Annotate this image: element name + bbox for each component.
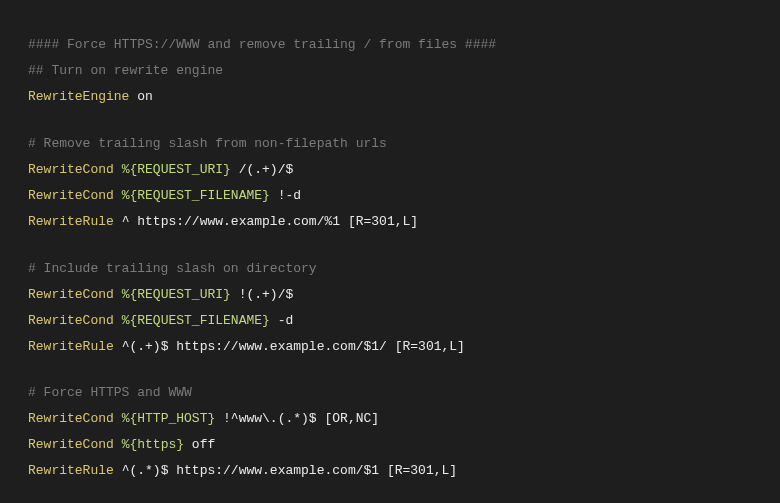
code-line: RewriteEngine on [28,84,752,110]
arg-token: !(.+)/$ [231,287,293,302]
variable-token: %{REQUEST_FILENAME} [114,313,270,328]
directive-token: RewriteCond [28,287,114,302]
code-line: RewriteCond %{HTTP_HOST} !^www\.(.*)$ [O… [28,406,752,432]
arg-token: !-d [270,188,301,203]
variable-token: %{https} [114,437,184,452]
code-line: RewriteCond %{https} off [28,432,752,458]
code-line: RewriteCond %{REQUEST_URI} !(.+)/$ [28,282,752,308]
flags-token: [OR,NC] [317,411,379,426]
comment-text: # Force HTTPS and WWW [28,385,192,400]
code-line: RewriteRule ^(.*)$ https://www.example.c… [28,458,752,484]
blank-line [28,110,752,131]
flags-token: [R=301,L] [340,214,418,229]
arg-token: on [129,89,152,104]
directive-token: RewriteRule [28,214,114,229]
blank-line [28,235,752,256]
variable-token: %{REQUEST_URI} [114,287,231,302]
directive-token: RewriteCond [28,162,114,177]
code-line: # Force HTTPS and WWW [28,380,752,406]
variable-token: %{REQUEST_FILENAME} [114,188,270,203]
directive-token: RewriteCond [28,437,114,452]
code-line: RewriteCond %{REQUEST_FILENAME} -d [28,308,752,334]
directive-token: RewriteCond [28,313,114,328]
code-line: RewriteRule ^(.+)$ https://www.example.c… [28,334,752,360]
comment-text: ## Turn on rewrite engine [28,63,223,78]
code-line: RewriteCond %{REQUEST_URI} /(.+)/$ [28,157,752,183]
arg-token: off [184,437,215,452]
comment-text: # Include trailing slash on directory [28,261,317,276]
directive-token: RewriteCond [28,411,114,426]
comment-text: # Remove trailing slash from non-filepat… [28,136,387,151]
flags-token: [R=301,L] [387,339,465,354]
arg-token: ^(.*)$ [114,463,176,478]
code-line: #### Force HTTPS://WWW and remove traili… [28,32,752,58]
directive-token: RewriteEngine [28,89,129,104]
directive-token: RewriteRule [28,339,114,354]
code-line: RewriteRule ^ https://www.example.com/%1… [28,209,752,235]
url-token: https://www.example.com/$1/ [176,339,387,354]
blank-line [28,360,752,381]
comment-text: #### Force HTTPS://WWW and remove traili… [28,37,496,52]
flags-token: [R=301,L] [379,463,457,478]
code-line: ## Turn on rewrite engine [28,58,752,84]
code-line: # Remove trailing slash from non-filepat… [28,131,752,157]
arg-token: !^www\.(.*)$ [215,411,316,426]
arg-token: -d [270,313,293,328]
code-line: # Include trailing slash on directory [28,256,752,282]
variable-token: %{HTTP_HOST} [114,411,215,426]
code-line: RewriteCond %{REQUEST_FILENAME} !-d [28,183,752,209]
url-token: https://www.example.com/%1 [137,214,340,229]
url-token: https://www.example.com/$1 [176,463,379,478]
variable-token: %{REQUEST_URI} [114,162,231,177]
directive-token: RewriteRule [28,463,114,478]
arg-token: ^ [114,214,137,229]
arg-token: /(.+)/$ [231,162,293,177]
arg-token: ^(.+)$ [114,339,176,354]
directive-token: RewriteCond [28,188,114,203]
